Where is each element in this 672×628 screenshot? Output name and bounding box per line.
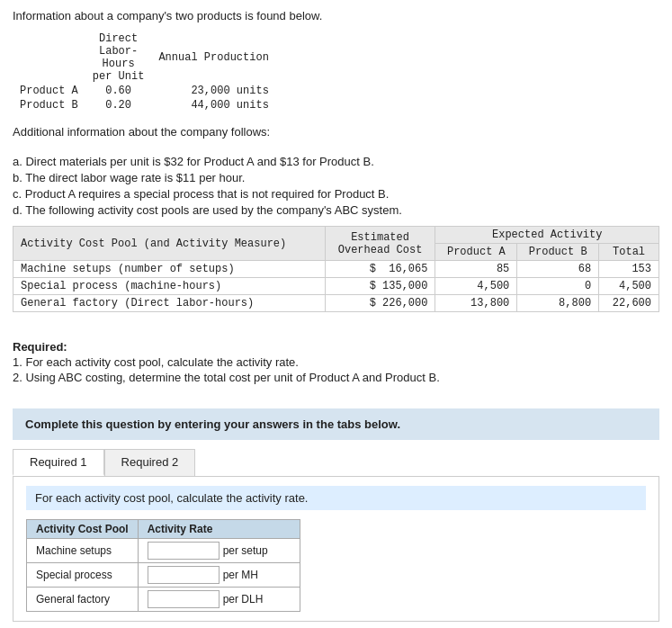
activity-row1-pool: Machine setups — [27, 539, 139, 563]
tab1-content: For each activity cost pool, calculate t… — [13, 476, 659, 622]
machine-setups-unit: per setup — [223, 544, 268, 557]
abc-row1-a: 85 — [435, 261, 517, 278]
table-row: Special process per MH — [27, 563, 300, 588]
table-row: Machine setups per setup — [27, 539, 300, 563]
product-a-dlh: 0.60 — [85, 84, 152, 98]
activity-col-pool: Activity Cost Pool — [27, 520, 139, 539]
abc-row3-b: 8,800 — [517, 295, 599, 312]
activity-row2-rate-cell: per MH — [138, 563, 300, 588]
abc-row3-total: 22,600 — [599, 295, 659, 312]
product-col-header — [13, 31, 85, 84]
abc-row2-a: 4,500 — [435, 278, 517, 295]
additional-info-c: c. Product A requires a special process … — [13, 187, 659, 201]
abc-col-total: Total — [599, 244, 659, 261]
abc-row2-cost: $ 135,000 — [325, 278, 435, 295]
tab1-instruction: For each activity cost pool, calculate t… — [26, 486, 646, 510]
abc-row1-pool: Machine setups (number of setups) — [13, 261, 326, 278]
activity-col-rate: Activity Rate — [138, 520, 300, 539]
product-a-label: Product A — [13, 84, 85, 98]
activity-row2-pool: Special process — [27, 563, 139, 588]
abc-row1-b: 68 — [517, 261, 599, 278]
abc-col-product-b: Product B — [517, 244, 599, 261]
required-item-1: 1. For each activity cost pool, calculat… — [13, 355, 659, 369]
table-row: General factory per DLH — [27, 588, 300, 612]
tabs-row: Required 1 Required 2 — [13, 449, 659, 476]
activity-row1-rate-cell: per setup — [138, 539, 300, 563]
intro-text: Information about a company's two produc… — [13, 9, 659, 22]
production-col-header: Annual Production — [151, 31, 275, 84]
abc-col-pool: Activity Cost Pool (and Activity Measure… — [13, 227, 326, 261]
machine-setups-rate-input[interactable] — [148, 542, 220, 560]
additional-info-b: b. The direct labor wage rate is $11 per… — [13, 171, 659, 184]
dlh-col-header: DirectLabor-Hoursper Unit — [85, 31, 152, 84]
abc-row2-b: 0 — [517, 278, 599, 295]
abc-row1-total: 153 — [599, 261, 659, 278]
abc-row1-cost: $ 16,065 — [325, 261, 435, 278]
activity-row3-rate-cell: per DLH — [138, 588, 300, 612]
abc-table: Activity Cost Pool (and Activity Measure… — [13, 226, 659, 312]
abc-row2-total: 4,500 — [599, 278, 659, 295]
abc-col-product-a: Product A — [435, 244, 517, 261]
abc-row3-pool: General factory (Direct labor-hours) — [13, 295, 326, 312]
additional-info: Additional information about the company… — [13, 125, 659, 217]
tab-required-2[interactable]: Required 2 — [104, 449, 196, 476]
general-factory-unit: per DLH — [223, 593, 264, 606]
required-section: Required: 1. For each activity cost pool… — [13, 340, 659, 384]
general-factory-rate-input[interactable] — [148, 590, 220, 608]
table-row: General factory (Direct labor-hours) $ 2… — [13, 295, 659, 312]
tab-required-1[interactable]: Required 1 — [13, 449, 104, 476]
required-item-2: 2. Using ABC costing, determine the tota… — [13, 371, 659, 384]
product-b-label: Product B — [13, 98, 85, 112]
product-a-production: 23,000 units — [151, 84, 275, 98]
product-b-production: 44,000 units — [151, 98, 275, 112]
complete-box: Complete this question by entering your … — [13, 408, 659, 440]
abc-row2-pool: Special process (machine-hours) — [13, 278, 326, 295]
table-row: Special process (machine-hours) $ 135,00… — [13, 278, 659, 295]
activity-rate-table: Activity Cost Pool Activity Rate Machine… — [26, 519, 300, 612]
activity-row3-pool: General factory — [27, 588, 139, 612]
special-process-unit: per MH — [223, 569, 258, 581]
product-b-dlh: 0.20 — [85, 98, 152, 112]
additional-info-d: d. The following activity cost pools are… — [13, 203, 659, 217]
abc-row3-cost: $ 226,000 — [325, 295, 435, 312]
special-process-rate-input[interactable] — [148, 566, 220, 584]
abc-col-overhead: EstimatedOverhead Cost — [325, 227, 435, 261]
required-header: Required: — [13, 340, 67, 354]
abc-row3-a: 13,800 — [435, 295, 517, 312]
abc-expected-activity: Expected Activity — [435, 227, 659, 244]
table-row: Machine setups (number of setups) $ 16,0… — [13, 261, 659, 278]
additional-info-a: a. Direct materials per unit is $32 for … — [13, 155, 659, 168]
product-table: DirectLabor-Hoursper Unit Annual Product… — [13, 31, 276, 112]
additional-info-header: Additional information about the company… — [13, 125, 659, 139]
